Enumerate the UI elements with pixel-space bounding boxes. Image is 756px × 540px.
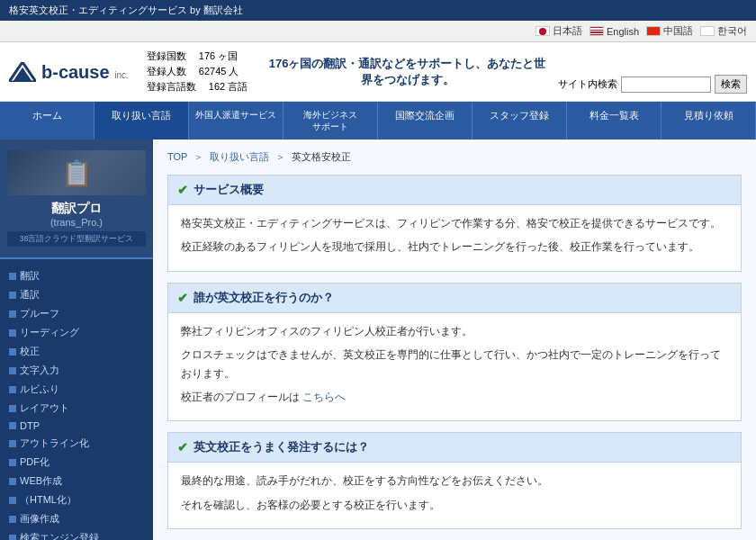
check-icon-3: ✔	[177, 440, 188, 454]
nav-home[interactable]: ホーム	[0, 102, 94, 140]
stat-label-3: 登録言語数	[147, 81, 206, 92]
section-order-title: 英文校正をうまく発注するには？	[194, 439, 369, 455]
nav-languages[interactable]: 取り扱い言語	[94, 102, 189, 140]
nav-overseas[interactable]: 海外ビジネスサポート	[284, 102, 378, 140]
section-who-p1: 弊社フィリピンオフィスのフィリピン人校正者が行います。	[181, 322, 728, 340]
section-overview-p1: 格安英文校正・エディティングサービスは、フィリピンで作業する分、格安で校正を提供…	[181, 214, 728, 232]
nav-pricing[interactable]: 料金一覧表	[567, 102, 662, 140]
sidebar-item-reading[interactable]: リーディング	[0, 323, 153, 342]
sidebar-item-image[interactable]: 画像作成	[0, 509, 153, 528]
check-icon-1: ✔	[177, 183, 188, 197]
section-who: ✔ 誰が英文校正を行うのか？ 弊社フィリピンオフィスのフィリピン人校正者が行いま…	[167, 283, 742, 422]
top-bar: 格安英文校正・エディティングサービス by 翻訳会社	[0, 0, 756, 21]
language-bar: 日本語 English 中国語 한국어	[0, 21, 756, 42]
section-order-header: ✔ 英文校正をうまく発注するには？	[168, 433, 741, 463]
section-who-title: 誰が英文校正を行うのか？	[194, 290, 334, 306]
bullet-icon	[9, 516, 16, 523]
logo-icon	[9, 62, 36, 82]
search-button[interactable]: 検索	[715, 75, 747, 94]
section-order-p1: 最終的な用途、読み手がだれか、校正をする方向性などをお伝えください。	[181, 472, 728, 490]
section-overview-body: 格安英文校正・エディティングサービスは、フィリピンで作業する分、格安で校正を提供…	[168, 205, 741, 271]
sidebar-item-interpretation[interactable]: 通訳	[0, 285, 153, 304]
sidebar-item-seo[interactable]: 検索エンジン登録	[0, 528, 153, 540]
sidebar-item-ruby[interactable]: ルビふり	[0, 380, 153, 399]
stat-label-2: 登録人数	[147, 66, 196, 76]
nav-quote[interactable]: 見積り依頼	[662, 102, 756, 140]
bullet-icon	[9, 386, 16, 393]
section-overview-header: ✔ サービス概要	[168, 176, 741, 205]
sidebar-menu: 翻訳 通訳 プルーフ リーディング 校正 文字入力	[0, 259, 153, 540]
sidebar-item-translation[interactable]: 翻訳	[0, 266, 153, 285]
section-who-header: ✔ 誰が英文校正を行うのか？	[168, 284, 741, 313]
sidebar-item-layout[interactable]: レイアウト	[0, 399, 153, 418]
search-label: サイト内検索	[558, 77, 617, 91]
section-order-body: 最終的な用途、読み手がだれか、校正をする方向性などをお伝えください。 それを確認…	[168, 463, 741, 528]
breadcrumb-top[interactable]: TOP	[167, 151, 187, 162]
section-who-p3: 校正者のプロフィールは こちらへ	[181, 388, 728, 406]
sidebar-item-dtp[interactable]: DTP	[0, 418, 153, 434]
sidebar-item-pdf[interactable]: PDF化	[0, 453, 153, 472]
svg-marker-1	[13, 68, 32, 82]
sidebar-hero-sub: (trans_Pro.)	[7, 217, 146, 228]
logo-area: b-cause inc.	[9, 62, 129, 82]
sidebar-item-proofreading[interactable]: 校正	[0, 342, 153, 361]
bullet-icon	[9, 348, 16, 356]
sidebar-item-html[interactable]: （HTML化）	[0, 490, 153, 509]
search-input[interactable]	[621, 76, 711, 93]
section-overview-p2: 校正経験のあるフィリピン人を現地で採用し、社内でトレーニングを行った後、校正作業…	[181, 238, 728, 256]
stats-area: 登録国数 176 ヶ国 登録人数 62745 人 登録言語数 162 言語	[147, 50, 248, 94]
stat-value-3: 162 言語	[209, 81, 248, 92]
bullet-icon	[9, 497, 16, 504]
sidebar-item-typing[interactable]: 文字入力	[0, 361, 153, 380]
header: b-cause inc. 登録国数 176 ヶ国 登録人数 62745 人 登録…	[0, 42, 756, 102]
breadcrumb-current: 英文格安校正	[292, 151, 351, 162]
lang-chinese[interactable]: 中国語	[646, 24, 693, 38]
lang-korean[interactable]: 한국어	[700, 24, 747, 38]
stat-value-1: 176 ヶ国	[199, 50, 238, 61]
section-order-p2: それを確認し、お客様の必要とする校正を行います。	[181, 496, 728, 514]
top-bar-text: 格安英文校正・エディティングサービス by 翻訳会社	[9, 4, 243, 15]
section-order: ✔ 英文校正をうまく発注するには？ 最終的な用途、読み手がだれか、校正をする方向…	[167, 432, 742, 529]
stat-row-3: 登録言語数 162 言語	[147, 80, 248, 94]
check-icon-2: ✔	[177, 291, 188, 305]
section-who-p2: クロスチェックはできませんが、英文校正を専門的に仕事として行い、かつ社内で一定の…	[181, 346, 728, 382]
sidebar-hero-title: 翻訳プロ	[7, 201, 146, 217]
sidebar-hero: 📋 翻訳プロ (trans_Pro.) 38言語クラウド型翻訳サービス	[0, 140, 153, 259]
flag-jp-icon	[536, 26, 550, 36]
logo-text-area: b-cause inc.	[41, 63, 129, 81]
nav-dispatch[interactable]: 外国人派遣サービス	[189, 102, 284, 140]
search-area: サイト内検索 検索	[558, 75, 747, 94]
lang-english[interactable]: English	[590, 26, 639, 37]
flag-cn-icon	[646, 26, 661, 36]
sidebar-hero-desc: 38言語クラウド型翻訳サービス	[7, 231, 146, 247]
tagline: 176ヶ国の翻訳・通訳などをサポートし、あなたと世界をつなげます。	[266, 56, 549, 88]
lang-japanese[interactable]: 日本語	[536, 24, 582, 38]
profile-link[interactable]: こちらへ	[302, 391, 346, 403]
bullet-icon	[9, 329, 16, 337]
sidebar: 📋 翻訳プロ (trans_Pro.) 38言語クラウド型翻訳サービス 翻訳 通…	[0, 140, 153, 540]
section-overview: ✔ サービス概要 格安英文校正・エディティングサービスは、フィリピンで作業する分…	[167, 175, 742, 272]
content-area: TOP ＞ 取り扱い言語 ＞ 英文格安校正 ✔ サービス概要 格安英文校正・エデ…	[153, 140, 756, 540]
logo-suffix: inc.	[114, 70, 129, 80]
sidebar-hero-image: 📋	[7, 150, 146, 195]
sidebar-item-outline[interactable]: アウトライン化	[0, 434, 153, 453]
nav-exchange[interactable]: 国際交流企画	[378, 102, 472, 140]
stat-label-1: 登録国数	[147, 50, 196, 61]
flag-en-icon	[590, 26, 604, 36]
main-layout: 📋 翻訳プロ (trans_Pro.) 38言語クラウド型翻訳サービス 翻訳 通…	[0, 140, 756, 540]
sidebar-item-web[interactable]: WEB作成	[0, 472, 153, 490]
nav-staff[interactable]: スタッフ登録	[472, 102, 567, 140]
stat-value-2: 62745 人	[199, 66, 239, 76]
main-nav: ホーム 取り扱い言語 外国人派遣サービス 海外ビジネスサポート 国際交流企画 ス…	[0, 102, 756, 140]
bullet-icon	[9, 273, 16, 280]
bullet-icon	[9, 459, 16, 466]
section-who-body: 弊社フィリピンオフィスのフィリピン人校正者が行います。 クロスチェックはできませ…	[168, 313, 741, 421]
bullet-icon	[9, 422, 16, 429]
bullet-icon	[9, 405, 16, 412]
flag-kr-icon	[700, 26, 715, 36]
bullet-icon	[9, 535, 16, 541]
breadcrumb-lang[interactable]: 取り扱い言語	[210, 151, 269, 162]
bullet-icon	[9, 292, 16, 299]
bullet-icon	[9, 367, 16, 374]
sidebar-item-proof[interactable]: プルーフ	[0, 304, 153, 323]
